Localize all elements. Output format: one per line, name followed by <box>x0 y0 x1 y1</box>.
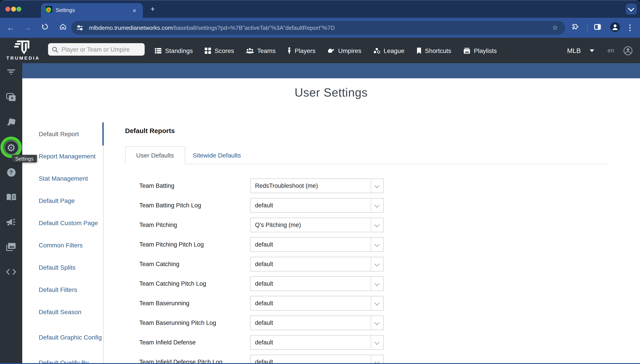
nav-item-playlists[interactable]: Playlists <box>463 47 497 54</box>
menu-item-report-management[interactable]: Report Management <box>39 145 103 167</box>
team-infield-defense-select[interactable]: default <box>250 335 384 350</box>
menu-item-default-report[interactable]: Default Report <box>39 123 103 145</box>
scores-icon <box>205 48 211 54</box>
sidebar-item-video-playlists[interactable] <box>0 92 22 102</box>
tab-close-icon[interactable] <box>131 7 138 14</box>
sidebar-item-filters[interactable] <box>0 66 22 77</box>
home-icon <box>59 23 66 30</box>
global-search[interactable] <box>48 43 145 56</box>
team-catching-pitch-log-select[interactable]: default <box>250 276 384 291</box>
row-label: Team Batting <box>139 182 250 189</box>
back-button[interactable] <box>5 23 16 33</box>
search-input[interactable] <box>60 44 142 55</box>
settings-menu-divider <box>103 122 104 364</box>
url-path: /baseball/settings?pd=%7B"activeTab"%3A"… <box>173 24 335 31</box>
select-value: default <box>255 261 273 268</box>
home-button[interactable] <box>58 23 68 33</box>
nav-item-teams[interactable]: Teams <box>246 47 276 54</box>
sidebar-item-code[interactable] <box>0 266 22 277</box>
shortcuts-bookmark-icon <box>416 48 421 54</box>
zoom-window-button[interactable] <box>16 7 21 12</box>
menu-item-default-season[interactable]: Default Season <box>39 301 103 323</box>
profile-button[interactable] <box>610 22 620 32</box>
extensions-button[interactable] <box>571 23 580 33</box>
nav-item-standings[interactable]: Standings <box>155 47 193 54</box>
team-catching-select[interactable]: default <box>250 257 384 272</box>
bookmark-star-icon[interactable] <box>552 24 558 32</box>
filter-icon <box>7 69 16 75</box>
nav-label: Playlists <box>474 47 497 54</box>
account-button[interactable] <box>623 46 633 56</box>
team-baserunning-pitch-log-select[interactable]: default <box>250 316 384 330</box>
menu-item-common-filters[interactable]: Common Filters <box>39 234 103 256</box>
trumedia-mark-icon <box>14 40 32 55</box>
forward-button[interactable] <box>22 23 33 33</box>
url-bar[interactable]: mlbdemo.trumedianetworks.com/baseball/se… <box>71 21 565 35</box>
nav-item-umpires[interactable]: Umpires <box>328 47 362 54</box>
league-caret-icon[interactable] <box>590 49 594 52</box>
announcements-megaphone-icon <box>6 218 16 226</box>
sidebar-item-glossary[interactable] <box>0 192 22 203</box>
menu-item-default-splits[interactable]: Default Splits <box>39 256 103 278</box>
help-icon: ? <box>7 168 15 177</box>
url-host: mlbdemo.trumedianetworks.com <box>89 24 173 31</box>
form-row: Team Catching default <box>139 257 608 272</box>
language-selector[interactable]: en <box>608 47 614 54</box>
menu-item-default-filters[interactable]: Default Filters <box>39 278 103 301</box>
settings-menu: Default Report Report Management Stat Ma… <box>39 123 103 364</box>
browser-menu-button[interactable] <box>629 27 631 28</box>
site-settings-icon[interactable] <box>76 24 84 33</box>
team-infield-defense-pitch-log-select[interactable]: default <box>250 355 384 364</box>
nav-item-players[interactable]: Players <box>288 47 315 54</box>
menu-item-default-page[interactable]: Default Page <box>39 190 103 212</box>
app-header-right: MLB en <box>567 38 633 63</box>
puzzle-icon <box>571 23 580 32</box>
close-window-button[interactable] <box>5 7 10 12</box>
browser-tab[interactable]: Settings <box>41 3 143 18</box>
team-pitching-pitch-log-select[interactable]: default <box>250 237 384 252</box>
players-icon <box>288 47 291 54</box>
sidebar-item-announcements[interactable] <box>0 216 22 227</box>
nav-label: League <box>384 47 404 54</box>
select-value: RedsTroubleshoot (me) <box>255 182 318 189</box>
side-panel-button[interactable] <box>594 24 601 30</box>
glossary-book-icon <box>6 194 16 201</box>
minimize-window-button[interactable] <box>11 7 16 12</box>
default-report-form: Team Batting RedsTroubleshoot (me) Team … <box>125 178 608 364</box>
league-selector[interactable]: MLB <box>567 47 581 54</box>
team-baserunning-select[interactable]: default <box>250 296 384 310</box>
nav-item-scores[interactable]: Scores <box>205 47 234 54</box>
sidebar-item-help[interactable]: ? <box>0 167 22 178</box>
menu-item-default-custom-page[interactable]: Default Custom Page <box>39 212 103 234</box>
menu-item-default-graphic-config[interactable]: Default Graphic Config <box>39 323 103 352</box>
chevron-down-icon <box>371 316 383 330</box>
select-value: default <box>255 300 273 306</box>
sidebar-item-cards[interactable] <box>0 117 22 128</box>
code-icon <box>6 268 16 275</box>
default-reports-panel: Default Reports User Defaults Sitewide D… <box>125 127 608 364</box>
new-tab-button[interactable] <box>149 5 157 13</box>
media-gallery-icon <box>6 242 16 251</box>
nav-label: Shortcuts <box>425 47 451 54</box>
form-row: Team Pitching Q's Pitching (me) <box>139 218 608 232</box>
standings-icon <box>155 48 162 54</box>
nav-item-shortcuts[interactable]: Shortcuts <box>416 47 451 54</box>
tab-search-button[interactable] <box>626 4 637 15</box>
select-value: default <box>255 202 273 209</box>
video-playlist-icon <box>6 93 16 102</box>
sidebar-item-media-gallery[interactable] <box>0 242 22 252</box>
menu-item-default-qualify-by[interactable]: Default Qualify By <box>39 352 103 364</box>
umpires-icon <box>328 48 335 54</box>
form-row: Team Baserunning Pitch Log default <box>139 316 608 330</box>
team-batting-pitch-log-select[interactable]: default <box>250 198 384 213</box>
select-value: default <box>255 320 273 326</box>
team-batting-select[interactable]: RedsTroubleshoot (me) <box>250 178 384 193</box>
playlists-icon <box>463 48 470 54</box>
team-pitching-select[interactable]: Q's Pitching (me) <box>250 218 384 232</box>
tab-user-defaults[interactable]: User Defaults <box>125 146 185 164</box>
trumedia-logo[interactable]: TRUMEDIA <box>4 40 42 60</box>
tab-sitewide-defaults[interactable]: Sitewide Defaults <box>182 146 252 164</box>
menu-item-stat-management[interactable]: Stat Management <box>39 167 103 190</box>
reload-button[interactable] <box>40 23 50 33</box>
nav-item-league[interactable]: League <box>374 47 404 54</box>
